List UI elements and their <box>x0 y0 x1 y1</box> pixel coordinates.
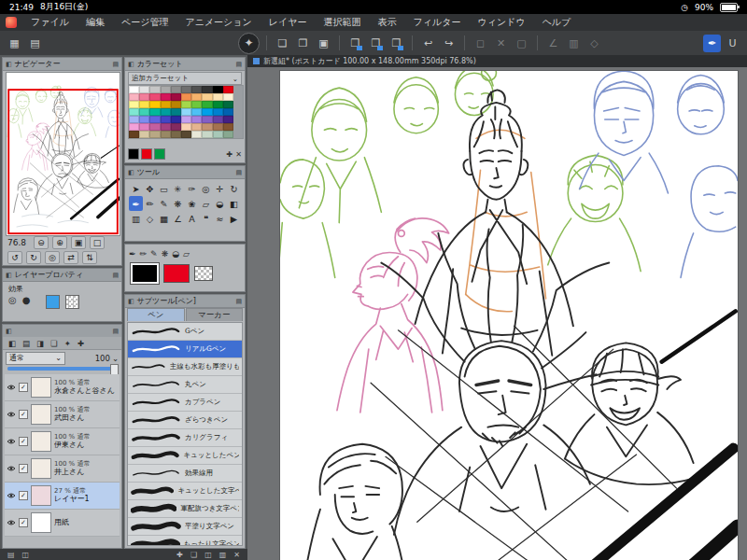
palette-swatch[interactable] <box>202 86 212 93</box>
palette-swatch[interactable] <box>171 131 181 138</box>
footer-icon[interactable]: ✕ <box>233 551 240 559</box>
tool-button[interactable]: ▱ <box>199 196 213 211</box>
panel-collapse-icon[interactable]: ◧ <box>6 328 12 335</box>
palette-swatch[interactable] <box>161 123 171 131</box>
tool-button[interactable]: ✳ <box>171 181 185 196</box>
layer-checkbox[interactable]: ✓ <box>19 437 28 446</box>
palette-swatch[interactable] <box>202 101 212 108</box>
material-icon[interactable]: ◇ <box>585 35 603 52</box>
sub-color-swatch[interactable] <box>163 264 190 283</box>
rotate-right-icon[interactable]: ↻ <box>26 251 41 264</box>
effect-icon[interactable]: ● <box>22 295 31 305</box>
quick-tool-icon[interactable]: ✎ <box>150 249 158 259</box>
palette-swatch[interactable] <box>129 93 139 101</box>
palette-swatch[interactable] <box>213 101 223 108</box>
panel-collapse-icon[interactable]: ◧ <box>128 169 134 176</box>
panel-toggle-icon[interactable]: ▤ <box>26 35 44 52</box>
footer-icon[interactable]: ◫ <box>204 551 212 559</box>
eye-icon[interactable] <box>7 519 16 526</box>
palette-swatch[interactable] <box>149 101 160 108</box>
tool-button[interactable]: ∠ <box>171 211 185 226</box>
tool-button[interactable]: ▦ <box>157 211 171 226</box>
tool-button[interactable]: ✑ <box>185 181 199 196</box>
palette-swatch[interactable] <box>191 123 202 131</box>
palette-swatch[interactable] <box>171 123 181 131</box>
menu-edit[interactable]: 編集 <box>78 16 113 29</box>
layer-panel-header[interactable]: ◧ ▤ <box>3 325 121 338</box>
navigator-header[interactable]: ◧ ナビゲーター ▤ <box>3 58 121 71</box>
footer-icon[interactable]: ▥ <box>219 551 227 559</box>
palette-swatch[interactable] <box>191 108 202 116</box>
color-set-header[interactable]: ◧ カラーセット ▤ <box>125 58 245 71</box>
palette-swatch[interactable] <box>139 116 149 123</box>
quick-tool-icon[interactable]: ▱ <box>183 249 190 259</box>
palette-swatch[interactable] <box>149 93 160 101</box>
menu-filter[interactable]: フィルター <box>405 16 470 29</box>
palette-swatch[interactable] <box>223 101 233 108</box>
palette-swatch[interactable] <box>181 123 191 131</box>
brush-row[interactable]: カリグラフィ <box>128 429 242 447</box>
layer-panel-icon[interactable]: ▤ <box>22 339 30 348</box>
palette-swatch[interactable] <box>139 101 149 108</box>
redo-icon[interactable]: ↪ <box>440 35 458 52</box>
eye-icon[interactable] <box>7 465 16 472</box>
tool-button[interactable]: ❝ <box>199 211 213 226</box>
palette-swatch[interactable] <box>191 131 202 138</box>
footer-icon[interactable]: ✚ <box>176 551 183 559</box>
brush-row[interactable]: Gペン <box>128 323 242 341</box>
palette-swatch[interactable] <box>171 101 181 108</box>
layer-panel-icon[interactable]: ◨ <box>36 339 44 348</box>
layer-row[interactable]: ✓ 27 % 通常 レイヤー1 <box>5 483 120 510</box>
pen-shortcut-icon[interactable]: ✒ <box>703 35 721 52</box>
palette-swatch[interactable] <box>129 123 139 131</box>
menu-window[interactable]: ウィンドウ <box>469 16 533 29</box>
tool-button[interactable]: ✎ <box>157 196 171 211</box>
menu-selection[interactable]: 選択範囲 <box>316 16 370 29</box>
layer-thumbnail[interactable] <box>31 377 51 398</box>
palette-swatch[interactable] <box>213 116 223 123</box>
panel-collapse-icon[interactable]: ◧ <box>128 61 134 68</box>
layer-thumbnail[interactable] <box>31 485 51 506</box>
palette-swatch[interactable] <box>139 131 149 138</box>
main-color-swatch[interactable] <box>131 263 159 284</box>
palette-swatch[interactable] <box>139 93 149 101</box>
workspace-switch-icon[interactable]: ◫ <box>22 551 30 559</box>
brush-row[interactable]: ざらつきペン <box>128 412 242 429</box>
palette-swatch[interactable] <box>171 116 181 123</box>
sub-tool-header[interactable]: ◧ サブツール[ペン] ▤ <box>125 295 245 308</box>
quick-color-swatch[interactable] <box>141 148 152 160</box>
quick-color-swatch[interactable] <box>128 148 139 160</box>
palette-swatch[interactable] <box>149 116 160 123</box>
palette-swatch[interactable] <box>161 86 171 93</box>
layer-checkbox[interactable]: ✓ <box>19 410 28 419</box>
rotate-left-icon[interactable]: ↺ <box>7 251 22 264</box>
clip-studio-start-button[interactable]: ✦ <box>238 33 260 54</box>
brush-row[interactable]: キュッとしたペン <box>128 447 242 465</box>
palette-swatch[interactable] <box>161 93 171 101</box>
brush-row[interactable]: 平塗り文字ペン <box>128 518 242 536</box>
undo-icon[interactable]: ↩ <box>419 35 437 52</box>
menu-animation[interactable]: アニメーション <box>176 16 260 29</box>
workspace-icon[interactable]: ▦ <box>6 35 23 52</box>
layer-thumbnail[interactable] <box>31 431 51 452</box>
palette-swatch[interactable] <box>139 123 149 131</box>
panel-menu-icon[interactable]: ▤ <box>112 61 119 68</box>
tool-button[interactable]: ◒ <box>213 196 227 211</box>
palette-swatch[interactable] <box>202 93 212 101</box>
quick-tool-icon[interactable]: ❋ <box>162 249 169 259</box>
eye-icon[interactable] <box>7 384 16 391</box>
panel-menu-icon[interactable]: ▤ <box>112 328 119 335</box>
layer-property-header[interactable]: ◧ レイヤープロパティ ▤ <box>3 269 121 282</box>
clip-studio-app-icon[interactable] <box>6 17 17 28</box>
layer-thumbnail[interactable] <box>31 404 51 425</box>
palette-swatch[interactable] <box>181 116 191 123</box>
export-png-icon[interactable]: ❒ <box>346 35 364 52</box>
flip-horizontal-icon[interactable]: ⇄ <box>63 251 78 264</box>
brush-row[interactable]: 主線も水彩も厚塗りも一本でや <box>128 358 242 376</box>
tool-button[interactable]: ✒ <box>129 196 143 211</box>
tool-panel-header[interactable]: ◧ ツール ▤ <box>125 166 245 179</box>
eye-icon[interactable] <box>7 492 16 499</box>
layer-row[interactable]: ✓ 100 % 通常 武田さん <box>5 401 120 428</box>
flip-vertical-icon[interactable]: ⇅ <box>82 251 97 264</box>
palette-swatch[interactable] <box>161 108 171 116</box>
